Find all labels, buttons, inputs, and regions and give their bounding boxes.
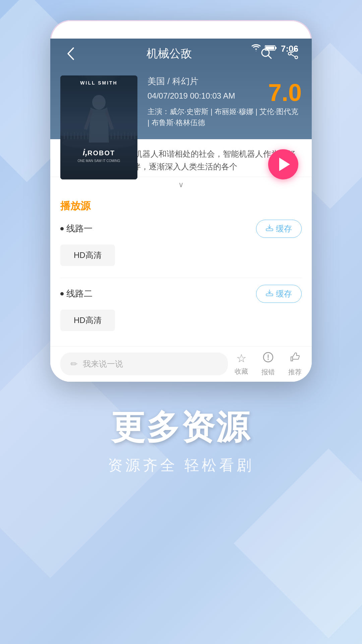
poster-title: i,ROBOT ONE MAN SAW IT COMING — [60, 147, 137, 163]
sources-title: 播放源 — [60, 199, 302, 213]
svg-rect-13 — [77, 133, 78, 139]
movie-cast: 主演：威尔·史密斯 | 布丽姬·穆娜 | 艾伦·图代克 | 布鲁斯·格林伍德 — [147, 106, 302, 128]
report-icon — [262, 352, 274, 366]
cache-icon-1 — [266, 224, 273, 233]
poster-top-text: WILL SMITH — [60, 80, 137, 86]
source-label-1: 线路一 — [60, 223, 93, 234]
promo-title: 更多资源 — [13, 409, 349, 445]
battery-icon — [265, 44, 277, 53]
source-row-2: 线路二 缓存 — [60, 285, 302, 303]
collect-action[interactable]: ☆ 收藏 — [235, 352, 248, 377]
svg-rect-29 — [131, 132, 132, 139]
report-action[interactable]: 报错 — [261, 352, 275, 377]
cache-icon-2 — [266, 289, 273, 299]
comment-icon: ✏ — [70, 359, 78, 369]
source-dot-1 — [60, 227, 64, 230]
report-label: 报错 — [261, 368, 275, 377]
cache-button-1[interactable]: 缓存 — [256, 220, 302, 238]
svg-rect-33 — [266, 229, 273, 231]
svg-rect-10 — [67, 132, 68, 139]
movie-area: WILL SMITH i,ROBOT ONE MAN SAW IT COMING… — [50, 69, 312, 190]
svg-rect-26 — [121, 133, 122, 139]
poster-subtitle: ONE MAN SAW IT COMING — [60, 159, 137, 163]
svg-rect-25 — [117, 132, 119, 139]
source-dot-2 — [60, 292, 64, 296]
status-right: 7:06 — [251, 44, 298, 54]
svg-rect-23 — [111, 133, 112, 139]
comment-input[interactable]: ✏ 我来说一说 — [60, 353, 228, 375]
svg-rect-28 — [127, 133, 129, 139]
svg-rect-14 — [80, 132, 82, 139]
recommend-icon — [289, 352, 301, 366]
bottom-bar: ✏ 我来说一说 ☆ 收藏 — [50, 346, 312, 382]
svg-rect-9 — [64, 132, 65, 139]
promo-subtitle: 资源齐全 轻松看剧 — [13, 455, 349, 475]
quality-btn-2[interactable]: HD高清 — [60, 310, 115, 331]
cache-button-2[interactable]: 缓存 — [256, 285, 302, 303]
nav-area: 7:06 机械公敌 — [50, 39, 312, 139]
source-divider — [60, 278, 302, 278]
svg-rect-1 — [265, 46, 274, 50]
bottom-actions: ☆ 收藏 报错 — [235, 352, 302, 377]
svg-rect-15 — [84, 132, 85, 139]
source-row-1: 线路一 缓存 — [60, 220, 302, 238]
svg-rect-11 — [70, 133, 72, 139]
movie-rating: 7.0 — [268, 79, 302, 106]
status-bar: 7:06 — [50, 39, 312, 59]
comment-placeholder: 我来说一说 — [83, 359, 123, 369]
recommend-label: 推荐 — [288, 368, 302, 377]
collect-icon: ☆ — [236, 352, 246, 365]
source-label-2: 线路二 — [60, 288, 93, 300]
play-button[interactable] — [268, 149, 298, 179]
phone-wrapper: 7:06 机械公敌 — [0, 0, 362, 382]
svg-rect-12 — [74, 132, 75, 139]
svg-rect-24 — [114, 132, 115, 139]
svg-rect-2 — [275, 47, 277, 49]
play-button-container — [268, 149, 298, 179]
phone-frame: 7:06 机械公敌 — [50, 20, 312, 382]
wifi-icon — [251, 44, 261, 53]
time-display: 7:06 — [281, 44, 298, 54]
quality-btn-1[interactable]: HD高清 — [60, 245, 115, 266]
sources-section: 播放源 线路一 缓存 — [50, 193, 312, 346]
svg-rect-16 — [87, 133, 88, 139]
promo-section: 更多资源 资源齐全 轻松看剧 — [0, 382, 362, 502]
movie-poster: WILL SMITH i,ROBOT ONE MAN SAW IT COMING — [60, 75, 137, 179]
svg-rect-30 — [134, 132, 135, 139]
svg-rect-27 — [124, 132, 125, 139]
play-icon — [279, 158, 290, 171]
recommend-action[interactable]: 推荐 — [288, 352, 302, 377]
svg-rect-34 — [266, 294, 273, 296]
collect-label: 收藏 — [235, 367, 248, 376]
